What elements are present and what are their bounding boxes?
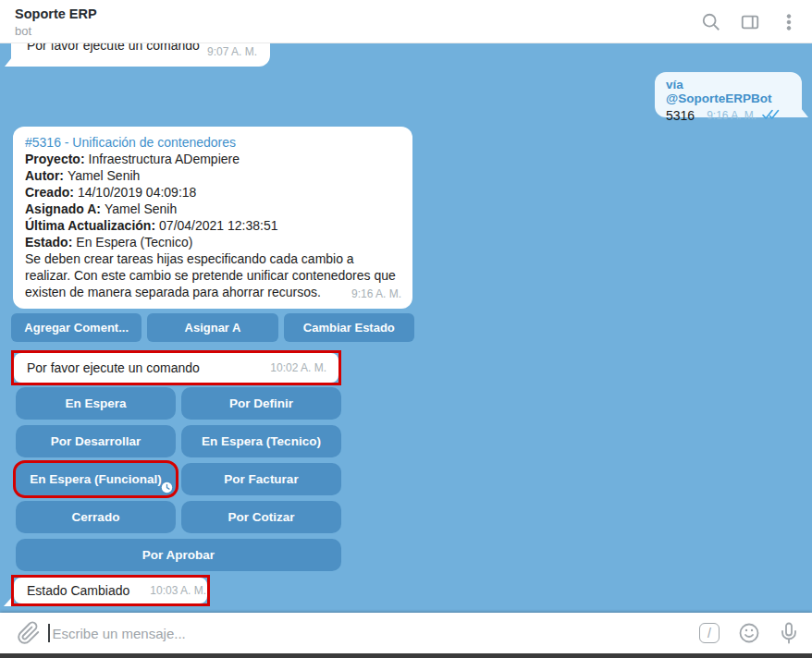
status-button-en-espera[interactable]: En Espera	[16, 387, 176, 420]
status-button-por-aprobar[interactable]: Por Aprobar	[16, 539, 341, 571]
ticket-field: Asignado A:Yamel Senih	[25, 201, 400, 217]
inline-keyboard-actions: Agregar Coment... Asignar A Cambiar Esta…	[11, 313, 414, 342]
annotation-box: Por favor ejecute un comando 10:02 A. M.	[11, 350, 341, 385]
chat-header: Soporte ERP bot	[0, 0, 812, 43]
status-button-en-espera-tecnico[interactable]: En Espera (Tecnico)	[181, 425, 341, 457]
double-check-icon	[762, 108, 780, 123]
chat-title: Soporte ERP	[15, 6, 97, 21]
ticket-field: Autor:Yamel Senih	[25, 167, 400, 184]
ticket-field: Creado:14/10/2019 04:09:18	[25, 184, 400, 201]
composer-actions: /	[698, 622, 800, 644]
search-icon[interactable]	[701, 12, 721, 32]
message-time: 9:16 A. M.	[351, 286, 401, 302]
annotation-box: Estado Cambiado 10:03 A. M.	[11, 575, 210, 606]
message-time: 10:02 A. M.	[270, 361, 326, 374]
message-text: Por favor ejecute un comando	[27, 360, 200, 375]
message-composer: /	[0, 613, 812, 653]
message-input[interactable]	[53, 626, 699, 641]
button-label: En Espera (Funcional)	[30, 472, 162, 486]
columns-icon[interactable]	[740, 12, 760, 32]
kebab-menu-icon[interactable]	[779, 12, 799, 32]
ticket-field: Proyecto:Infraestructura ADempiere	[25, 151, 400, 167]
emoji-icon[interactable]	[738, 622, 760, 644]
microphone-icon[interactable]	[778, 622, 800, 644]
ticket-field: Estado:En Espera (Tecnico)	[25, 234, 400, 250]
outgoing-message-bubble: vía @SoporteERPBot 5316 9:16 A. M.	[655, 72, 802, 117]
status-button-cerrado[interactable]: Cerrado	[16, 501, 176, 533]
message-time: 10:03 A. M.	[150, 584, 206, 597]
chat-subtitle: bot	[15, 24, 31, 38]
add-comment-button[interactable]: Agregar Coment...	[11, 313, 141, 342]
bubble-tail	[5, 57, 12, 67]
status-button-en-espera-funcional[interactable]: En Espera (Funcional)	[16, 463, 176, 495]
status-button-por-desarrollar[interactable]: Por Desarrollar	[16, 425, 176, 457]
bot-command-icon[interactable]: /	[698, 622, 720, 644]
message-bubble: Por favor ejecute un comando 10:02 A. M.	[14, 353, 338, 383]
ticket-description: Se deben crear tareas hijas especificand…	[25, 250, 399, 300]
bubble-tail	[801, 108, 808, 117]
window-bottom-edge	[0, 653, 812, 658]
pending-clock-icon	[161, 481, 173, 494]
telegram-window: Soporte ERP bot Por favor ejecute un c	[0, 0, 812, 658]
change-status-button[interactable]: Cambiar Estado	[284, 313, 414, 342]
paperclip-icon[interactable]	[17, 621, 41, 645]
via-bot-link[interactable]: vía @SoporteERPBot	[666, 78, 791, 105]
status-button-por-definir[interactable]: Por Definir	[181, 387, 341, 420]
status-button-por-facturar[interactable]: Por Facturar	[181, 463, 341, 495]
status-button-por-cotizar[interactable]: Por Cotizar	[181, 501, 341, 533]
text-caret	[48, 624, 50, 642]
message-bubble: Estado Cambiado 10:03 A. M.	[14, 578, 207, 603]
header-actions	[701, 0, 799, 43]
message-time: 9:07 A. M.	[207, 45, 257, 58]
inline-keyboard-statuses: En Espera Por Definir Por Desarrollar En…	[16, 387, 341, 571]
message-text: Estado Cambiado	[27, 583, 129, 598]
ticket-title-link[interactable]: #5316 - Unificación de contenedores	[25, 134, 400, 151]
ticket-message-card: #5316 - Unificación de contenedores Proy…	[13, 127, 412, 309]
assign-to-button[interactable]: Asignar A	[147, 313, 277, 342]
message-text: 5316	[666, 108, 695, 123]
ticket-field: Última Actualización:07/04/2021 12:38:51	[25, 217, 400, 234]
message-time: 9:16 A. M.	[707, 109, 757, 122]
